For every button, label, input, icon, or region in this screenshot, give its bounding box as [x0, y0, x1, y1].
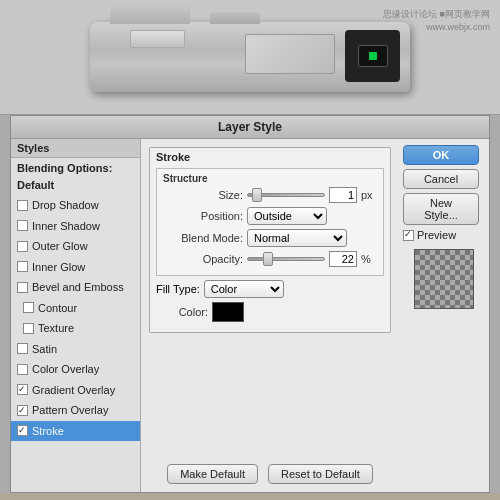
size-unit: px	[361, 189, 377, 201]
camera-illustration	[90, 22, 410, 92]
viewfinder	[358, 45, 388, 67]
inner-glow-checkbox[interactable]	[17, 261, 28, 272]
structure-section: Structure Size: px	[156, 168, 384, 276]
fill-type-row: Fill Type: Color Gradient Pattern	[156, 280, 384, 298]
satin-item[interactable]: Satin	[11, 339, 140, 360]
opacity-slider-container: %	[247, 251, 377, 267]
camera-flash	[130, 30, 185, 48]
new-style-button[interactable]: New Style...	[403, 193, 479, 225]
dialog-title: Layer Style	[11, 116, 489, 139]
blend-mode-label: Blend Mode:	[163, 232, 243, 244]
opacity-input[interactable]	[329, 251, 357, 267]
viewfinder-light	[369, 52, 377, 60]
size-label: Size:	[163, 189, 243, 201]
opacity-slider-thumb[interactable]	[263, 252, 273, 266]
position-row: Position: Outside Inside Center	[163, 207, 377, 225]
inner-shadow-checkbox[interactable]	[17, 220, 28, 231]
size-slider-thumb[interactable]	[252, 188, 262, 202]
outer-glow-item[interactable]: Outer Glow	[11, 236, 140, 257]
drop-shadow-item[interactable]: Drop Shadow	[11, 195, 140, 216]
fill-type-select[interactable]: Color Gradient Pattern	[204, 280, 284, 298]
size-input[interactable]	[329, 187, 357, 203]
make-default-button[interactable]: Make Default	[167, 464, 258, 484]
stroke-settings-panel: Stroke Structure Size: px	[141, 139, 399, 492]
size-slider-container: px	[247, 187, 377, 203]
layer-style-dialog: Layer Style Styles Blending Options: Def…	[10, 115, 490, 493]
preview-area	[414, 249, 474, 309]
texture-item[interactable]: Texture	[11, 318, 140, 339]
stroke-section-box: Stroke Structure Size: px	[149, 147, 391, 333]
gradient-overlay-item[interactable]: Gradient Overlay	[11, 380, 140, 401]
bevel-emboss-item[interactable]: Bevel and Emboss	[11, 277, 140, 298]
gradient-overlay-checkbox[interactable]	[17, 384, 28, 395]
ok-button[interactable]: OK	[403, 145, 479, 165]
reset-to-default-button[interactable]: Reset to Default	[268, 464, 373, 484]
color-overlay-checkbox[interactable]	[17, 364, 28, 375]
position-select[interactable]: Outside Inside Center	[247, 207, 327, 225]
fill-type-label: Fill Type:	[156, 283, 200, 295]
contour-checkbox[interactable]	[23, 302, 34, 313]
stroke-item[interactable]: Stroke	[11, 421, 140, 442]
camera-lens	[345, 30, 400, 82]
structure-title: Structure	[163, 173, 377, 184]
blend-mode-select[interactable]: Normal Dissolve Multiply	[247, 229, 347, 247]
size-slider-track[interactable]	[247, 193, 325, 197]
color-row: Color:	[150, 302, 390, 328]
bevel-emboss-checkbox[interactable]	[17, 282, 28, 293]
color-overlay-item[interactable]: Color Overlay	[11, 359, 140, 380]
stroke-checkbox[interactable]	[17, 425, 28, 436]
right-action-panel: OK Cancel New Style... Preview	[399, 139, 489, 492]
styles-panel-header: Styles	[11, 139, 140, 158]
pattern-overlay-checkbox[interactable]	[17, 405, 28, 416]
camera-bump2	[210, 12, 260, 24]
camera-screen	[245, 34, 335, 74]
camera-preview-area: 思缘设计论坛 ■网页教学网 www.webjx.com	[0, 0, 500, 115]
satin-checkbox[interactable]	[17, 343, 28, 354]
blend-mode-row: Blend Mode: Normal Dissolve Multiply	[163, 229, 377, 247]
cancel-button[interactable]: Cancel	[403, 169, 479, 189]
preview-text: Preview	[417, 229, 456, 241]
opacity-row: Opacity: %	[163, 251, 377, 267]
color-label: Color:	[158, 306, 208, 318]
inner-shadow-item[interactable]: Inner Shadow	[11, 216, 140, 237]
drop-shadow-checkbox[interactable]	[17, 200, 28, 211]
position-label: Position:	[163, 210, 243, 222]
preview-checkerboard	[415, 250, 473, 308]
bottom-bar	[0, 493, 500, 500]
contour-item[interactable]: Contour	[11, 298, 140, 319]
preview-label-row: Preview	[403, 229, 485, 241]
outer-glow-checkbox[interactable]	[17, 241, 28, 252]
preview-checkbox[interactable]	[403, 230, 414, 241]
opacity-unit: %	[361, 253, 377, 265]
pattern-overlay-item[interactable]: Pattern Overlay	[11, 400, 140, 421]
blending-options-item[interactable]: Blending Options: Default	[11, 158, 140, 195]
opacity-label: Opacity:	[163, 253, 243, 265]
watermark: 思缘设计论坛 ■网页教学网 www.webjx.com	[383, 8, 490, 33]
opacity-slider-track[interactable]	[247, 257, 325, 261]
styles-panel: Styles Blending Options: Default Drop Sh…	[11, 139, 141, 492]
texture-checkbox[interactable]	[23, 323, 34, 334]
camera-bump	[110, 4, 190, 24]
bottom-buttons: Make Default Reset to Default	[141, 456, 399, 492]
dialog-body: Styles Blending Options: Default Drop Sh…	[11, 139, 489, 492]
inner-glow-item[interactable]: Inner Glow	[11, 257, 140, 278]
size-row: Size: px	[163, 187, 377, 203]
color-swatch[interactable]	[212, 302, 244, 322]
stroke-section-title: Stroke	[150, 148, 390, 166]
